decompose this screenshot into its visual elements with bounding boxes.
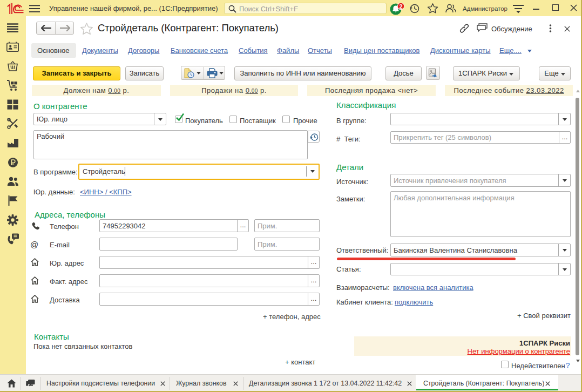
- svg-text:2: 2: [399, 3, 402, 10]
